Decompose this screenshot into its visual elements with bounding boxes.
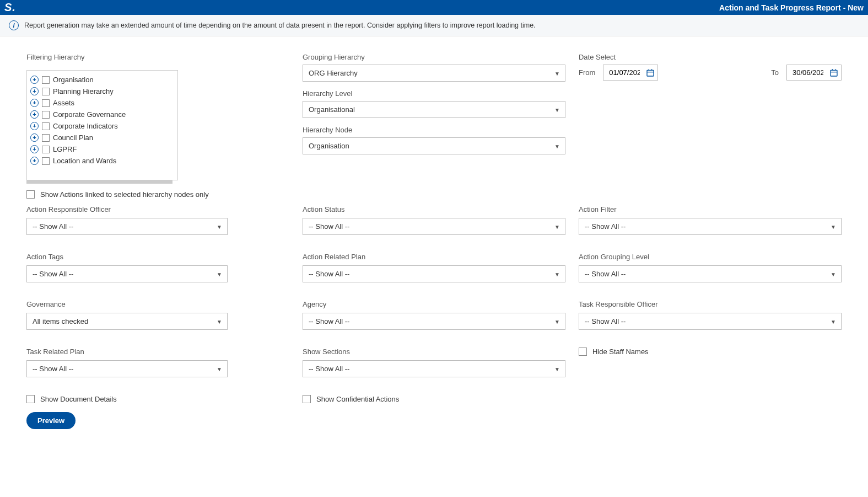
tree-item[interactable]: + Council Plan [30, 132, 174, 143]
tree-checkbox[interactable] [42, 157, 50, 165]
action-filter-select[interactable]: -- Show All -- [579, 218, 842, 235]
date-select-label: Date Select [579, 53, 842, 61]
expand-icon[interactable]: + [30, 110, 39, 119]
filtering-hierarchy-label: Filtering Hierarchy [26, 53, 289, 61]
show-confidential-actions-label: Show Confidential Actions [316, 395, 399, 403]
page-title: Action and Task Progress Report - New [719, 3, 864, 12]
expand-icon[interactable]: + [30, 99, 39, 107]
tree-item-label: Corporate Indicators [53, 122, 118, 130]
tree-item[interactable]: + Corporate Governance [30, 109, 174, 120]
task-responsible-officer-label: Task Responsible Officer [579, 300, 842, 308]
action-grouping-level-label: Action Grouping Level [579, 253, 842, 261]
show-document-details-checkbox[interactable] [26, 395, 35, 403]
expand-icon[interactable]: + [30, 145, 39, 153]
to-label: To [771, 68, 779, 77]
agency-select[interactable]: -- Show All -- [303, 313, 565, 330]
tree-item-label: Location and Wards [53, 157, 116, 165]
tree-checkbox[interactable] [42, 88, 50, 95]
tree-item-label: Council Plan [53, 133, 93, 142]
tree-item[interactable]: + Planning Hierarchy [30, 85, 174, 97]
action-responsible-officer-label: Action Responsible Officer [26, 205, 289, 213]
expand-icon[interactable]: + [30, 133, 39, 142]
show-confidential-actions-checkbox[interactable] [303, 395, 311, 403]
tree-item-label: LGPRF [53, 145, 77, 153]
tree-item[interactable]: + Location and Wards [30, 155, 174, 167]
top-bar: S. Action and Task Progress Report - New [0, 0, 868, 15]
svg-rect-4 [831, 70, 837, 76]
tree-checkbox[interactable] [42, 146, 50, 153]
action-related-plan-select[interactable]: -- Show All -- [303, 265, 565, 282]
expand-icon[interactable]: + [30, 122, 39, 130]
governance-label: Governance [26, 300, 289, 308]
governance-select[interactable]: All items checked [26, 313, 228, 330]
hierarchy-node-label: Hierarchy Node [303, 126, 565, 134]
action-tags-select[interactable]: -- Show All -- [26, 265, 228, 282]
show-actions-linked-checkbox[interactable] [26, 190, 35, 199]
tree-checkbox[interactable] [42, 122, 50, 130]
calendar-icon[interactable] [829, 68, 838, 77]
tree-item[interactable]: + Corporate Indicators [30, 120, 174, 132]
grouping-hierarchy-select[interactable]: ORG Hierarchy [303, 65, 565, 82]
tree-item-label: Assets [53, 99, 74, 107]
tree-checkbox[interactable] [42, 111, 50, 119]
calendar-icon[interactable] [646, 68, 655, 77]
task-related-plan-select[interactable]: -- Show All -- [26, 360, 228, 377]
info-icon: i [9, 20, 19, 30]
action-filter-label: Action Filter [579, 205, 842, 213]
tree-checkbox[interactable] [42, 99, 50, 107]
preview-button[interactable]: Preview [26, 412, 76, 429]
tree-item-label: Organisation [53, 76, 94, 84]
app-logo: S. [4, 1, 16, 14]
tree-item[interactable]: + Organisation [30, 74, 174, 85]
info-message: Report generation may take an extended a… [24, 22, 536, 29]
svg-rect-0 [647, 70, 654, 76]
hierarchy-level-label: Hierarchy Level [303, 89, 565, 98]
action-related-plan-label: Action Related Plan [303, 253, 565, 261]
action-tags-label: Action Tags [26, 253, 289, 261]
expand-icon[interactable]: + [30, 76, 39, 84]
task-related-plan-label: Task Related Plan [26, 348, 289, 356]
filtering-hierarchy-tree[interactable]: + Organisation + Planning Hierarchy + As… [26, 70, 178, 180]
tree-item-label: Corporate Governance [53, 110, 126, 119]
info-banner: i Report generation may take an extended… [0, 15, 868, 36]
show-sections-select[interactable]: -- Show All -- [303, 360, 565, 377]
hierarchy-node-select[interactable]: Organisation [303, 137, 565, 154]
tree-checkbox[interactable] [42, 76, 50, 84]
task-responsible-officer-select[interactable]: -- Show All -- [579, 313, 842, 330]
hide-staff-names-checkbox[interactable] [579, 348, 587, 356]
tree-item[interactable]: + LGPRF [30, 143, 174, 155]
show-actions-linked-label: Show Actions linked to selected hierarch… [40, 190, 209, 199]
tree-item[interactable]: + Assets [30, 97, 174, 109]
hide-staff-names-label: Hide Staff Names [592, 348, 649, 356]
action-grouping-level-select[interactable]: -- Show All -- [579, 265, 842, 282]
show-sections-label: Show Sections [303, 348, 565, 356]
tree-checkbox[interactable] [42, 134, 50, 142]
action-responsible-officer-select[interactable]: -- Show All -- [26, 218, 228, 235]
show-document-details-label: Show Document Details [40, 395, 117, 403]
hierarchy-level-select[interactable]: Organisational [303, 101, 565, 118]
action-status-select[interactable]: -- Show All -- [303, 218, 565, 235]
tree-item-label: Planning Hierarchy [53, 87, 114, 95]
action-status-label: Action Status [303, 205, 565, 213]
agency-label: Agency [303, 300, 565, 308]
grouping-hierarchy-label: Grouping Hierarchy [303, 53, 565, 61]
expand-icon[interactable]: + [30, 157, 39, 165]
from-label: From [579, 68, 595, 77]
expand-icon[interactable]: + [30, 87, 39, 95]
